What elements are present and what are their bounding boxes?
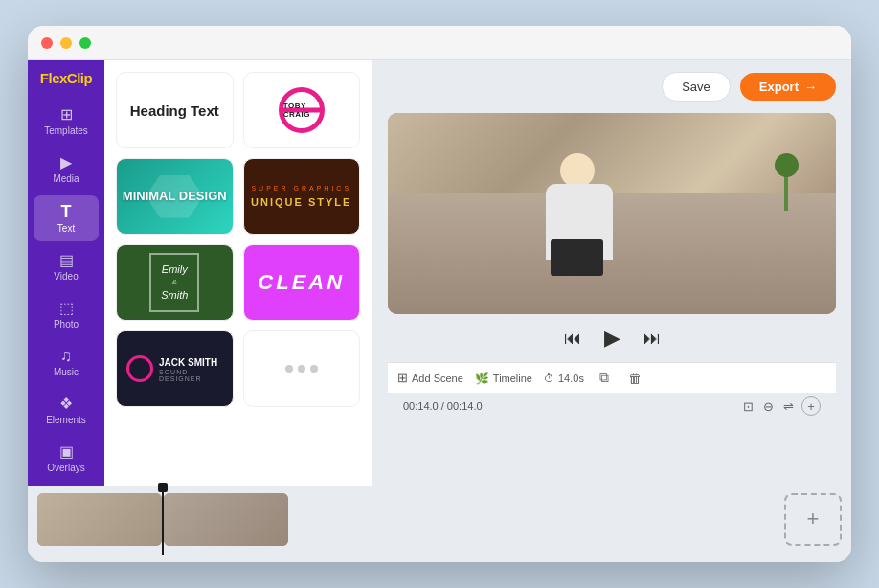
jack-circle (126, 355, 153, 382)
sidebar: FlexClip ⊞ Templates ▶ Media T Text ▤ Vi… (28, 60, 104, 486)
template-card-more[interactable] (243, 330, 361, 407)
template-card-minimal[interactable]: MINIMAL DESIGN (116, 158, 234, 235)
fit-screen-button[interactable]: ⊡ (741, 397, 755, 416)
main-content: Heading Text TOBY CRAIG MINIMAL DES (104, 60, 851, 486)
close-button[interactable] (41, 37, 53, 49)
logo-text: lexClip (48, 70, 92, 86)
unique-sub-label: SUPER GRAPHICS (251, 185, 351, 192)
timeline-clip-2[interactable] (164, 493, 288, 546)
jack-name: JACK SMITH (159, 356, 223, 369)
sidebar-item-music[interactable]: ♫ Music (34, 341, 99, 385)
clean-text: CLEAN (258, 270, 345, 295)
add-scene-label: Add Scene (412, 373, 463, 384)
person-figure (522, 153, 637, 306)
photo-icon: ⬚ (59, 301, 74, 316)
jack-content: JACK SMITH SOUND DESIGNER (117, 355, 233, 382)
export-button[interactable]: Export → (740, 73, 836, 101)
templates-panel: Heading Text TOBY CRAIG MINIMAL DES (104, 60, 372, 486)
sidebar-label-text: Text (57, 223, 75, 234)
dot-2 (298, 365, 305, 373)
media-icon: ▶ (60, 155, 72, 170)
more-dots (285, 365, 318, 373)
emily-text: Emily & Smith (161, 262, 188, 303)
template-card-toby[interactable]: TOBY CRAIG (243, 72, 361, 148)
unique-text: UNIQUE STYLE (251, 196, 351, 208)
app-logo: FlexClip (40, 70, 92, 86)
toby-name: TOBY CRAIG (283, 102, 320, 119)
sidebar-item-templates[interactable]: ⊞ Templates (34, 100, 99, 144)
timeline-time-display: ⏱ 14.0s (544, 373, 584, 384)
video-frame (388, 113, 836, 314)
save-button[interactable]: Save (662, 72, 731, 102)
needle-head (158, 483, 168, 492)
video-icon: ▤ (59, 253, 74, 268)
bottom-controls: 00:14.0 / 00:14.0 ⊡ ⊖ ⇌ + (388, 393, 836, 419)
export-label: Export (759, 79, 799, 94)
play-button[interactable]: ▶ (600, 324, 624, 352)
heading-text-label: Heading Text (130, 102, 219, 119)
full-timeline: + (28, 486, 851, 562)
video-preview (388, 113, 836, 314)
text-icon: T (61, 203, 72, 220)
delete-scene-button[interactable]: 🗑 (624, 369, 645, 388)
add-scene-icon: ⊞ (397, 371, 408, 385)
copy-scene-button[interactable]: ⧉ (596, 368, 613, 388)
timeline-duration: 14.0s (558, 373, 584, 384)
emily-border: Emily & Smith (149, 253, 199, 312)
sidebar-label-video: Video (54, 271, 78, 282)
export-arrow-icon: → (804, 79, 817, 94)
timeline-clip-1[interactable] (37, 493, 162, 546)
sidebar-item-photo[interactable]: ⬚ Photo (34, 293, 99, 337)
app-window: FlexClip ⊞ Templates ▶ Media T Text ▤ Vi… (28, 26, 851, 562)
timeline-bar: ⊞ Add Scene 🌿 Timeline ⏱ 14.0s ⧉ 🗑 (388, 362, 836, 393)
maximize-button[interactable] (79, 37, 91, 49)
timeline-clips (37, 490, 775, 548)
elements-icon: ❖ (59, 396, 73, 412)
title-bar (28, 26, 851, 60)
zoom-in-button[interactable]: + (801, 396, 821, 416)
zoom-controls: ⊡ ⊖ ⇌ + (741, 396, 821, 416)
toby-ring: TOBY CRAIG (279, 87, 325, 133)
rewind-button[interactable]: ⏮ (560, 326, 585, 351)
forward-button[interactable]: ⏭ (640, 326, 665, 351)
toby-content: TOBY CRAIG (279, 87, 325, 133)
sidebar-label-templates: Templates (44, 125, 88, 136)
template-card-jack[interactable]: JACK SMITH SOUND DESIGNER (116, 330, 234, 407)
timeline-label: Timeline (493, 373, 532, 384)
sidebar-item-video[interactable]: ▤ Video (34, 245, 99, 289)
arrow-button[interactable]: ⇌ (781, 397, 796, 416)
emily-and: & (161, 277, 188, 287)
sidebar-item-text[interactable]: T Text (34, 195, 99, 241)
template-card-unique[interactable]: SUPER GRAPHICS UNIQUE STYLE (243, 158, 361, 235)
plant (772, 153, 800, 211)
minimize-button[interactable] (60, 37, 72, 49)
add-clip-button[interactable]: + (784, 493, 842, 546)
sidebar-item-overlays[interactable]: ▣ Overlays (34, 437, 99, 481)
add-scene-action[interactable]: ⊞ Add Scene (397, 371, 463, 385)
template-card-clean[interactable]: CLEAN (243, 244, 361, 321)
sidebar-label-overlays: Overlays (47, 463, 84, 473)
person-head (560, 153, 595, 188)
minimal-text: MINIMAL DESIGN (123, 189, 227, 204)
sidebar-item-elements[interactable]: ❖ Elements (34, 389, 99, 433)
sidebar-label-media: Media (53, 173, 79, 184)
templates-icon: ⊞ (60, 107, 73, 123)
plant-leaves (775, 153, 799, 177)
laptop (551, 239, 603, 276)
clock-icon: ⏱ (544, 373, 554, 384)
clip-1-thumbnail (37, 493, 162, 546)
timeline-action[interactable]: 🌿 Timeline (475, 372, 532, 385)
template-card-emily[interactable]: Emily & Smith (116, 244, 234, 321)
jack-subtitle: SOUND DESIGNER (159, 369, 223, 382)
clip-2-thumbnail (164, 493, 288, 546)
template-grid: Heading Text TOBY CRAIG MINIMAL DES (116, 72, 360, 407)
timeline-needle[interactable] (162, 483, 164, 555)
zoom-out-button[interactable]: ⊖ (761, 397, 776, 416)
template-card-heading[interactable]: Heading Text (116, 72, 234, 148)
dot-3 (310, 365, 318, 373)
jack-text-group: JACK SMITH SOUND DESIGNER (159, 356, 223, 382)
sidebar-item-media[interactable]: ▶ Media (34, 147, 99, 192)
plant-stem (784, 172, 788, 211)
app-body: FlexClip ⊞ Templates ▶ Media T Text ▤ Vi… (28, 60, 851, 486)
music-icon: ♫ (60, 349, 72, 364)
